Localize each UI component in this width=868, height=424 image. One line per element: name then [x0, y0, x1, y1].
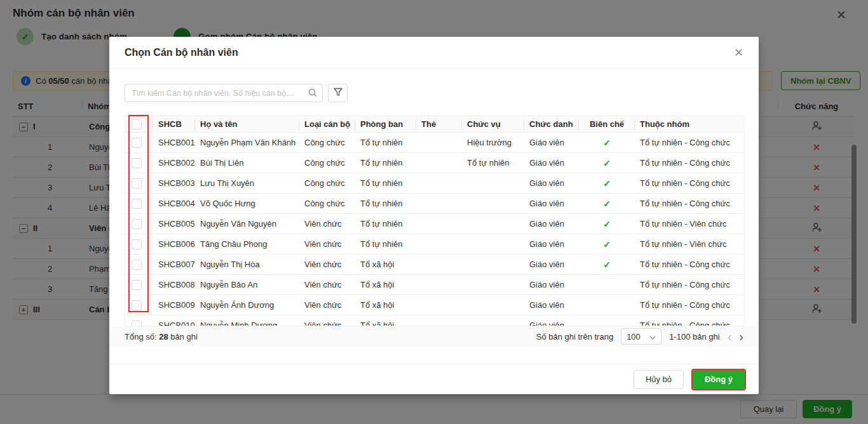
cell-position — [462, 255, 524, 274]
staff-table-header: SHCB Họ và tên Loại cán bộ Phòng ban Thẻ… — [125, 116, 744, 133]
cell-card — [416, 255, 462, 274]
page-size-select[interactable]: 100 — [621, 328, 661, 345]
cell-name: Tăng Châu Phong — [195, 234, 299, 254]
cell-position — [462, 275, 524, 295]
cell-name: Bùi Thị Liên — [195, 153, 299, 173]
tenure-check-icon: ✓ — [603, 138, 611, 148]
prev-page-icon[interactable]: ‹ — [728, 330, 732, 343]
cell-type: Viên chức — [299, 315, 355, 326]
row-checkbox[interactable] — [132, 219, 142, 229]
tenure-check-icon: ✓ — [603, 219, 611, 229]
pagination-bar: Tổng số: 28 bản ghi Số bản ghi trên tran… — [109, 326, 759, 347]
col-title: Chức danh — [524, 116, 579, 132]
modal-close-icon[interactable]: ✕ — [734, 46, 743, 60]
cell-name: Nguyễn Bảo An — [195, 275, 299, 295]
cell-shcb: SHCB002 — [153, 153, 195, 173]
modal-title: Chọn Cán bộ nhân viên — [125, 47, 238, 58]
cell-name: Võ Quốc Hưng — [195, 194, 299, 213]
cell-group: Tổ tự nhiên - Công chức — [635, 275, 744, 295]
row-checkbox[interactable] — [132, 260, 142, 270]
modal-footer: Hủy bỏ Đồng ý — [109, 364, 759, 394]
cell-shcb: SHCB008 — [153, 275, 195, 295]
record-range: 1-100 bản ghi — [669, 332, 720, 341]
app-window: Nhóm cán bộ nhân viên ✕ ✓ Tạo danh sách … — [0, 0, 868, 424]
confirm-button[interactable]: Đồng ý — [693, 370, 745, 389]
staff-row: SHCB008Nguyễn Bảo AnViên chứcTổ xã hộiGi… — [125, 275, 744, 295]
staff-row: SHCB001Nguyễn Phạm Vân KhánhCông chứcTổ … — [125, 133, 744, 153]
row-checkbox[interactable] — [132, 158, 142, 168]
row-checkbox[interactable] — [132, 138, 142, 148]
col-tenure: Biên chế — [579, 116, 635, 132]
tenure-check-icon: ✓ — [603, 178, 611, 189]
col-type: Loại cán bộ — [299, 116, 355, 132]
staff-table: SHCB Họ và tên Loại cán bộ Phòng ban Thẻ… — [125, 116, 745, 326]
row-checkbox[interactable] — [132, 239, 142, 249]
staff-row: SHCB004Võ Quốc HưngCông chứcTổ tự nhiênG… — [125, 194, 744, 214]
col-card: Thẻ — [416, 116, 462, 132]
cell-type: Công chức — [299, 173, 355, 193]
cell-dept: Tổ xã hội — [355, 275, 416, 295]
search-row — [125, 84, 743, 102]
cell-title: Giáo viên — [524, 275, 579, 295]
filter-button[interactable] — [328, 84, 348, 102]
select-staff-modal: Chọn Cán bộ nhân viên ✕ SHCB Họ và tên — [109, 37, 759, 394]
staff-row: SHCB003Lưu Thị XuyênCông chứcTổ tự nhiên… — [125, 173, 744, 194]
cell-position — [462, 214, 524, 234]
cell-card — [416, 315, 462, 326]
cell-name: Lưu Thị Xuyên — [195, 173, 299, 193]
cell-group: Tổ tự nhiên - Công chức — [635, 194, 744, 213]
search-input[interactable] — [125, 84, 323, 102]
select-all-checkbox[interactable] — [132, 119, 142, 129]
cell-type: Viên chức — [299, 214, 355, 234]
cell-shcb: SHCB006 — [153, 234, 195, 254]
cell-type: Viên chức — [299, 234, 355, 254]
col-position: Chức vụ — [462, 116, 524, 132]
cell-type: Viên chức — [299, 295, 355, 315]
col-shcb: SHCB — [153, 116, 195, 132]
staff-row: SHCB006Tăng Châu PhongViên chứcTổ tự nhi… — [125, 234, 744, 255]
tenure-check-icon: ✓ — [603, 239, 611, 249]
cell-group: Tổ tự nhiên - Công chức — [635, 173, 744, 193]
cell-group: Tổ tự nhiên - Công chức — [635, 153, 744, 173]
staff-row: SHCB005Nguyễn Văn NguyênViên chứcTổ tự n… — [125, 214, 744, 234]
cell-card — [416, 234, 462, 254]
tenure-check-icon: ✓ — [603, 199, 611, 209]
cell-title: Giáo viên — [524, 214, 579, 234]
cell-title: Giáo viên — [524, 315, 579, 326]
cell-group: Tổ tự nhiên - Công chức — [635, 133, 744, 152]
cell-position — [462, 234, 524, 254]
chevron-down-icon — [649, 332, 656, 341]
cell-title: Giáo viên — [524, 194, 579, 213]
cell-group: Tổ tự nhiên - Viên chức — [635, 214, 744, 234]
cell-position — [462, 315, 524, 326]
search-icon[interactable] — [308, 88, 317, 100]
staff-row: SHCB007Nguyễn Thị HòaViên chứcTổ xã hộiG… — [125, 255, 744, 275]
cell-card — [416, 194, 462, 213]
staff-row: SHCB002Bùi Thị LiênCông chứcTổ tự nhiênT… — [125, 153, 744, 173]
cell-name: Nguyễn Ánh Dương — [195, 295, 299, 315]
cell-dept: Tổ xã hội — [355, 315, 416, 326]
page-size-value: 100 — [627, 332, 641, 341]
row-checkbox[interactable] — [132, 300, 142, 310]
cell-shcb: SHCB001 — [153, 133, 195, 152]
cell-title: Giáo viên — [524, 234, 579, 254]
cell-type: Công chức — [299, 153, 355, 173]
cell-group: Tổ tự nhiên - Viên chức — [635, 234, 744, 254]
cell-group: Tổ tự nhiên - Công chức — [635, 255, 744, 274]
row-checkbox[interactable] — [132, 178, 142, 189]
cancel-button[interactable]: Hủy bỏ — [634, 370, 684, 389]
cell-name: Nguyễn Văn Nguyên — [195, 214, 299, 234]
row-checkbox[interactable] — [132, 280, 142, 290]
staff-row: SHCB010Nguyễn Minh DươngViên chứcTổ xã h… — [125, 315, 744, 326]
row-checkbox[interactable] — [132, 199, 142, 209]
cell-dept: Tổ tự nhiên — [355, 214, 416, 234]
row-checkbox[interactable] — [132, 321, 142, 327]
cell-title: Giáo viên — [524, 295, 579, 315]
next-page-icon[interactable]: › — [739, 330, 743, 343]
cell-card — [416, 295, 462, 315]
col-group: Thuộc nhóm — [635, 116, 744, 132]
cell-shcb: SHCB009 — [153, 295, 195, 315]
cell-dept: Tổ xã hội — [355, 295, 416, 315]
cell-position — [462, 194, 524, 213]
col-dept: Phòng ban — [355, 116, 416, 132]
